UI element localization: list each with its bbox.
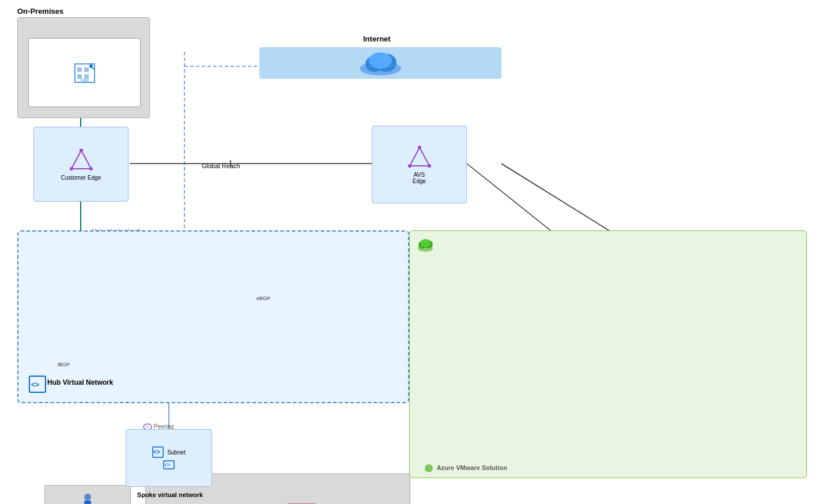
on-premises-inner [28,38,141,107]
private-cloud-box: Private cloud region 1 Managementservice… [409,230,807,478]
on-premises-label: On-Premises [17,7,63,16]
hub-virtual-network-label: Hub Virtual Network [47,378,113,386]
subnet-icon: <> [152,446,164,458]
svg-point-21 [89,65,93,68]
svg-point-25 [89,167,93,170]
svg-rect-17 [84,67,89,72]
svg-point-24 [80,149,83,152]
svg-text:<>: <> [153,449,160,455]
azure-vmware-label: Azure VMware Solution [424,464,507,473]
svg-text:<>: <> [164,462,171,468]
svg-rect-16 [77,67,82,72]
hub-code-icon: <> [29,376,46,393]
svg-point-87 [425,464,433,472]
ibgp-label: iBGP [58,362,70,367]
internet-label: Internet [363,35,391,43]
svg-text:<>: <> [31,381,39,389]
avs-edge-box: AVS Edge [372,126,467,203]
svg-rect-20 [81,79,89,82]
subnet-label: Subnet [167,449,186,456]
diagram-container: On-Premises Customer Edge Internet [0,0,823,504]
svg-point-26 [70,167,73,170]
ebgp-label: eBGP [256,295,270,301]
cloud-icon [357,50,403,76]
svg-point-22 [92,67,95,70]
gateway-subnet-box: GatewaySubnet [44,485,131,504]
spoke-vnet-box: <> Subnet <> [126,429,212,487]
customer-edge-icon [69,148,93,172]
svg-point-34 [408,164,411,168]
azure-vmware-icon [424,464,433,473]
subnet-code-icon: <> [163,460,175,469]
internet-bar [259,47,501,79]
private-cloud-icon [417,239,434,252]
avs-edge-label: AVS Edge [413,172,426,184]
global-reach-label: Global Reach [202,162,240,169]
svg-rect-19 [84,74,89,79]
customer-edge-box: Customer Edge [33,127,129,202]
svg-rect-44 [84,501,91,504]
svg-point-55 [420,239,431,247]
svg-point-43 [84,494,91,501]
hub-vnet-outer: 0.0.0.0/0 advertisement <> ExternalFW <>… [17,230,409,403]
svg-rect-18 [77,74,82,79]
spoke-vnet-label: Spoke virtual network [127,491,213,498]
avs-edge-icon [407,145,432,169]
svg-point-32 [418,146,421,149]
svg-marker-23 [71,150,91,169]
building-icon [70,58,99,87]
on-premises-box [17,17,150,118]
svg-point-30 [369,52,392,69]
svg-marker-31 [410,147,429,166]
customer-edge-label: Customer Edge [61,175,101,181]
svg-point-33 [428,164,431,168]
gateway-icon [73,491,102,504]
